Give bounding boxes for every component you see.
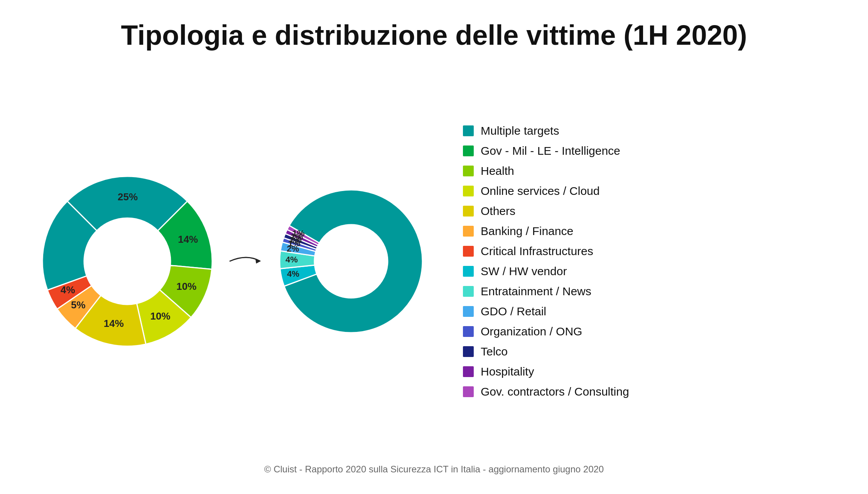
legend-label-8: Entratainment / News [481,285,591,298]
legend-color-13 [463,386,474,397]
page-title: Tipologia e distribuzione delle vittime … [31,19,837,51]
legend-item-8: Entratainment / News [463,285,629,298]
page: Tipologia e distribuzione delle vittime … [0,0,868,494]
legend-color-5 [463,226,474,237]
legend-label-5: Banking / Finance [481,225,573,238]
legend-item-3: Online services / Cloud [463,184,629,198]
legend-color-10 [463,326,474,337]
content-area: 25%14%10%10%14%5%4% 4%4%2%1%1%1%1% [31,66,837,456]
legend-item-0: Multiple targets [463,124,629,137]
legend-label-6: Critical Infrastructures [481,245,593,258]
legend-item-6: Critical Infrastructures [463,245,629,258]
legend-label-13: Gov. contractors / Consulting [481,385,629,398]
legend-label-2: Health [481,164,514,178]
legend-item-12: Hospitality [463,365,629,378]
legend-color-7 [463,266,474,277]
legend-color-4 [463,206,474,217]
legend-label-0: Multiple targets [481,124,559,137]
legend-color-12 [463,366,474,377]
arrow-section [224,246,270,277]
legend-color-0 [463,125,474,136]
legend-color-6 [463,246,474,257]
legend-item-1: Gov - Mil - LE - Intelligence [463,144,629,157]
legend-item-5: Banking / Finance [463,225,629,238]
legend-color-9 [463,306,474,317]
legend-color-8 [463,286,474,297]
legend-label-9: GDO / Retail [481,305,546,318]
large-donut-chart: 25%14%10%10%14%5%4% [31,165,224,358]
large-donut-svg [31,165,224,358]
legend-label-4: Others [481,205,515,218]
legend-label-11: Telco [481,345,508,358]
small-donut-svg [270,180,432,342]
legend-item-10: Organization / ONG [463,325,629,338]
legend-section: Multiple targetsGov - Mil - LE - Intelli… [463,124,629,398]
svg-point-0 [84,218,171,305]
legend-item-7: SW / HW vendor [463,265,629,278]
legend-color-2 [463,166,474,176]
legend-color-11 [463,346,474,357]
legend-color-3 [463,186,474,196]
legend-item-9: GDO / Retail [463,305,629,318]
legend-label-3: Online services / Cloud [481,184,599,198]
footer-text: © Cluist - Rapporto 2020 sulla Sicurezza… [31,464,837,479]
legend-item-13: Gov. contractors / Consulting [463,385,629,398]
small-donut-chart: 4%4%2%1%1%1%1% [270,180,432,342]
legend-label-10: Organization / ONG [481,325,582,338]
legend-item-2: Health [463,164,629,178]
legend-label-7: SW / HW vendor [481,265,567,278]
legend-label-1: Gov - Mil - LE - Intelligence [481,144,620,157]
legend-item-4: Others [463,205,629,218]
arrow-svg [228,246,266,277]
legend-color-1 [463,145,474,156]
svg-point-1 [314,225,388,298]
legend-label-12: Hospitality [481,365,534,378]
charts-section: 25%14%10%10%14%5%4% 4%4%2%1%1%1%1% [31,124,837,398]
legend-item-11: Telco [463,345,629,358]
